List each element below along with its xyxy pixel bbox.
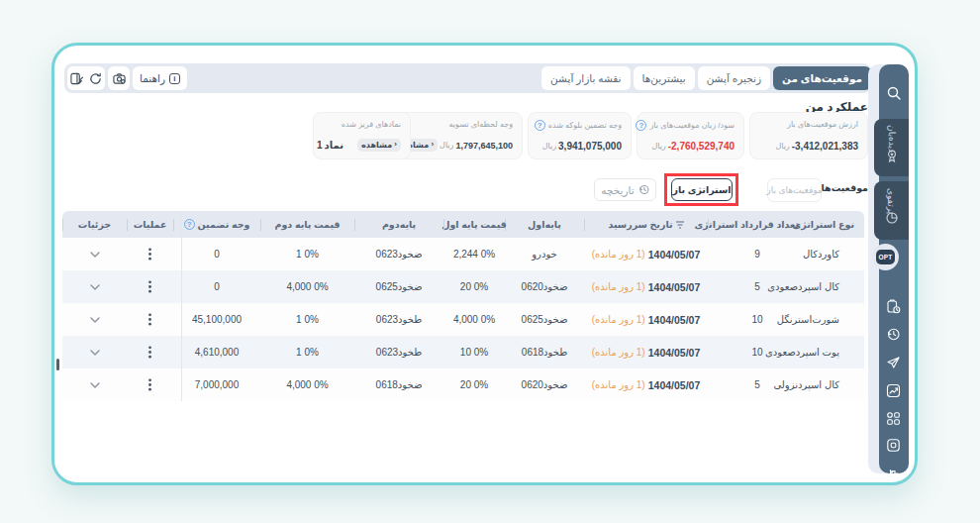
stat-title: وجه لحظه‌ای تسویه xyxy=(449,120,514,129)
cell-strategy: پوت اسپردصعودی xyxy=(807,347,864,358)
row-details-chevron[interactable] xyxy=(62,317,127,323)
row-details-chevron[interactable] xyxy=(62,350,127,356)
history-button[interactable]: تاریخچه xyxy=(594,178,656,201)
col-header-8[interactable]: عملیات xyxy=(127,219,173,230)
table-row-4: کال اسپردنزولی51404/05/07(1 روز مانده)ضخ… xyxy=(62,368,864,401)
help-question-icon[interactable]: ? xyxy=(184,219,195,230)
cell-base2: ضخود0625 xyxy=(354,281,443,292)
cell-margin: 0 xyxy=(173,249,260,260)
scrollbar-thumb[interactable] xyxy=(56,359,59,370)
info-icon: i xyxy=(169,73,180,84)
col-header-1[interactable]: تعداد قرارداد استراتژی xyxy=(708,219,807,230)
cell-base1: طخود0618 xyxy=(505,347,584,358)
cell-strategy: شورت‌استرنگل xyxy=(807,314,864,325)
row-actions-kebab[interactable] xyxy=(127,346,173,359)
cell-base2-price: 4,000 0% xyxy=(260,379,354,390)
col-header-3[interactable]: پایه‌اول xyxy=(505,219,584,230)
row-details-chevron[interactable] xyxy=(62,252,127,258)
cell-base2: ضخود0623 xyxy=(354,249,443,260)
cell-strategy: کاوردکال xyxy=(807,249,864,260)
history-icon xyxy=(638,184,649,195)
sidebar: دیده‌بان پرتفوی OPT xyxy=(868,64,909,473)
main-tabs: موقعیت‌های منزنجیره آپشنبیشترین‌هانقشه ب… xyxy=(541,66,871,90)
cell-base2-price: 1 0% xyxy=(260,249,354,260)
tab-1[interactable]: زنجیره آپشن xyxy=(698,66,770,90)
tab-0[interactable]: موقعیت‌های من xyxy=(773,66,871,90)
col-header-2[interactable]: تاریخ سررسید xyxy=(584,219,708,230)
stat-value-word: نماد xyxy=(325,140,343,151)
stat-unit: ریال xyxy=(440,141,453,150)
stat-value: 3,941,075,000 xyxy=(558,141,622,152)
stat-card-4: نمادهای فریز شده1نماد‹ مشاهده xyxy=(313,112,411,159)
opt-badge: OPT xyxy=(876,250,895,264)
sidebar-active-item[interactable]: OPT xyxy=(872,244,899,270)
cell-base1-price: 20 0% xyxy=(443,379,505,390)
stat-value: 1,797,645,100 xyxy=(455,141,513,151)
cell-base1-price: 2,244 0% xyxy=(443,249,505,260)
orders-clipboard-icon[interactable] xyxy=(886,299,901,314)
row-actions-kebab[interactable] xyxy=(127,313,173,326)
cell-base2-price: 1 0% xyxy=(260,314,354,325)
cell-margin: 4,610,000 xyxy=(173,347,260,358)
apps-grid-icon[interactable] xyxy=(886,411,901,426)
col-header-6[interactable]: قیمت پایه دوم xyxy=(260,219,354,230)
col-header-7[interactable]: وجه تضمین? xyxy=(173,219,260,230)
cell-count: 10 xyxy=(708,347,807,358)
row-actions-kebab[interactable] xyxy=(127,378,173,391)
tab-2[interactable]: بیشترین‌ها xyxy=(634,66,695,90)
view-button[interactable]: ‹ مشاهده xyxy=(357,139,401,152)
toolbar-camera-button[interactable] xyxy=(108,66,130,90)
sort-icon xyxy=(676,221,684,229)
history-clock-icon[interactable] xyxy=(886,327,901,342)
row-actions-kebab[interactable] xyxy=(127,248,173,261)
stat-title: نمادهای فریز شده xyxy=(342,120,401,129)
stat-title: وجه تضمین بلوکه شده xyxy=(548,121,622,130)
cell-count: 5 xyxy=(708,281,807,292)
row-details-chevron[interactable] xyxy=(62,382,127,388)
stat-title: سود/ زیان موقعیت‌های باز xyxy=(649,121,735,130)
cell-count: 10 xyxy=(708,314,807,325)
table-row-3: پوت اسپردصعودی101404/05/07(1 روز مانده)ط… xyxy=(62,336,864,368)
box-icon[interactable] xyxy=(886,438,901,453)
col-header-9[interactable]: جزئیات xyxy=(62,219,127,230)
table-column-divider xyxy=(181,211,182,401)
stat-value: 1 xyxy=(317,140,323,151)
help-question-icon[interactable]: ? xyxy=(535,120,545,131)
toolbar-group-layout xyxy=(67,66,105,90)
col-header-0[interactable]: نوع استراتژی xyxy=(807,219,864,230)
cell-base1: ضخود0620 xyxy=(505,379,584,390)
row-details-chevron[interactable] xyxy=(62,284,127,290)
cell-margin: 7,000,000 xyxy=(173,379,260,390)
chart-growth-icon[interactable] xyxy=(886,383,901,398)
podium-icon[interactable] xyxy=(886,466,901,480)
send-icon[interactable] xyxy=(886,356,901,370)
cell-maturity: 1404/05/07(1 روز مانده) xyxy=(584,281,708,293)
cell-maturity: 1404/05/07(1 روز مانده) xyxy=(584,249,708,261)
cell-base1-price: 10 0% xyxy=(443,347,505,358)
help-button[interactable]: i راهنما xyxy=(133,66,187,90)
tab-3[interactable]: نقشه بازار آپشن xyxy=(541,66,630,90)
open-positions-filter[interactable]: موقعیت‌های باز xyxy=(767,178,822,202)
stat-unit: ریال xyxy=(775,142,789,151)
cell-base2-price: 4,000 0% xyxy=(260,281,354,292)
row-actions-kebab[interactable] xyxy=(127,280,173,293)
col-header-4[interactable]: قیمت پایه اول xyxy=(443,219,505,230)
cell-base1: ضخود0625 xyxy=(505,314,584,325)
stat-value: -3,412,021,383 xyxy=(792,141,858,152)
cell-base1: ضخود0620 xyxy=(505,281,584,292)
refresh-icon[interactable] xyxy=(89,72,102,85)
cell-count: 9 xyxy=(708,249,807,260)
cell-margin: 45,100,000 xyxy=(173,314,260,325)
stat-card-0: ارزش موقعیت‌های باز-3,412,021,383ریال xyxy=(749,112,868,159)
table-row-0: کاوردکال91404/05/07(1 روز مانده)خودرو2,2… xyxy=(62,238,864,270)
search-icon[interactable] xyxy=(886,85,902,101)
cell-strategy: کال اسپردنزولی xyxy=(807,379,864,390)
stat-unit: ریال xyxy=(542,142,556,151)
col-header-5[interactable]: پایه‌دوم xyxy=(354,219,443,230)
help-question-icon[interactable]: ? xyxy=(636,120,646,131)
cell-base1: خودرو xyxy=(505,249,584,260)
journal-edit-icon[interactable] xyxy=(70,72,83,85)
sidebar-tab-portfolio[interactable]: پرتفوی xyxy=(874,181,909,240)
sidebar-tab-watchlist[interactable]: دیده‌بان xyxy=(874,119,909,176)
cell-count: 5 xyxy=(708,379,807,390)
